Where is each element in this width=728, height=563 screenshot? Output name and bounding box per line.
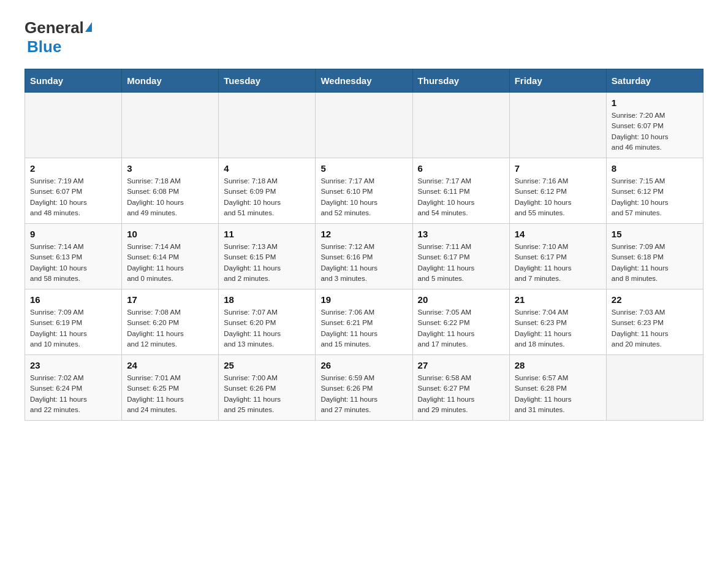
day-cell: 27Sunrise: 6:58 AM Sunset: 6:27 PM Dayli… — [412, 355, 509, 421]
day-number: 8 — [612, 163, 698, 174]
day-cell: 18Sunrise: 7:07 AM Sunset: 6:20 PM Dayli… — [219, 289, 316, 355]
day-number: 10 — [127, 229, 213, 239]
logo-general-text: General — [25, 18, 84, 37]
day-cell — [412, 93, 509, 158]
day-number: 5 — [320, 163, 407, 174]
day-cell — [219, 93, 316, 158]
day-info: Sunrise: 7:01 AM Sunset: 6:25 PM Dayligh… — [127, 373, 213, 415]
day-number: 7 — [515, 163, 601, 174]
day-number: 18 — [224, 294, 310, 305]
column-header-saturday: Saturday — [606, 69, 703, 93]
day-cell — [509, 93, 606, 158]
day-number: 3 — [127, 163, 213, 174]
day-cell: 16Sunrise: 7:09 AM Sunset: 6:19 PM Dayli… — [25, 289, 122, 355]
day-number: 2 — [30, 163, 116, 174]
day-number: 22 — [612, 294, 698, 305]
column-header-monday: Monday — [122, 69, 219, 93]
day-number: 1 — [612, 98, 698, 108]
day-info: Sunrise: 7:13 AM Sunset: 6:15 PM Dayligh… — [224, 242, 310, 284]
day-cell: 17Sunrise: 7:08 AM Sunset: 6:20 PM Dayli… — [122, 289, 219, 355]
day-cell: 13Sunrise: 7:11 AM Sunset: 6:17 PM Dayli… — [412, 224, 509, 289]
day-info: Sunrise: 7:19 AM Sunset: 6:07 PM Dayligh… — [30, 176, 116, 218]
day-info: Sunrise: 7:05 AM Sunset: 6:22 PM Dayligh… — [418, 307, 504, 350]
day-info: Sunrise: 7:18 AM Sunset: 6:08 PM Dayligh… — [127, 176, 213, 218]
day-cell: 8Sunrise: 7:15 AM Sunset: 6:12 PM Daylig… — [606, 158, 703, 224]
day-info: Sunrise: 7:09 AM Sunset: 6:19 PM Dayligh… — [30, 307, 116, 350]
logo-blue-text: Blue — [27, 37, 61, 56]
day-cell: 20Sunrise: 7:05 AM Sunset: 6:22 PM Dayli… — [412, 289, 509, 355]
day-cell — [606, 355, 703, 421]
day-cell: 7Sunrise: 7:16 AM Sunset: 6:12 PM Daylig… — [509, 158, 606, 224]
day-info: Sunrise: 7:04 AM Sunset: 6:23 PM Dayligh… — [515, 307, 601, 350]
day-info: Sunrise: 7:02 AM Sunset: 6:24 PM Dayligh… — [30, 373, 116, 415]
day-info: Sunrise: 7:07 AM Sunset: 6:20 PM Dayligh… — [224, 307, 310, 350]
day-number: 11 — [224, 229, 310, 239]
day-cell — [316, 93, 412, 158]
day-number: 26 — [320, 360, 407, 370]
week-row-3: 9Sunrise: 7:14 AM Sunset: 6:13 PM Daylig… — [25, 224, 703, 289]
day-cell: 28Sunrise: 6:57 AM Sunset: 6:28 PM Dayli… — [509, 355, 606, 421]
day-info: Sunrise: 6:57 AM Sunset: 6:28 PM Dayligh… — [515, 373, 601, 415]
week-row-1: 1Sunrise: 7:20 AM Sunset: 6:07 PM Daylig… — [25, 93, 703, 158]
day-number: 13 — [418, 229, 504, 239]
column-header-friday: Friday — [509, 69, 606, 93]
day-number: 24 — [127, 360, 213, 370]
day-number: 16 — [30, 294, 116, 305]
day-info: Sunrise: 7:09 AM Sunset: 6:18 PM Dayligh… — [612, 242, 698, 284]
day-number: 17 — [127, 294, 213, 305]
page-header: General Blue — [25, 18, 703, 56]
day-info: Sunrise: 7:06 AM Sunset: 6:21 PM Dayligh… — [320, 307, 407, 350]
day-info: Sunrise: 7:10 AM Sunset: 6:17 PM Dayligh… — [515, 242, 601, 284]
day-cell: 6Sunrise: 7:17 AM Sunset: 6:11 PM Daylig… — [412, 158, 509, 224]
day-cell: 14Sunrise: 7:10 AM Sunset: 6:17 PM Dayli… — [509, 224, 606, 289]
day-cell: 3Sunrise: 7:18 AM Sunset: 6:08 PM Daylig… — [122, 158, 219, 224]
day-number: 27 — [418, 360, 504, 370]
column-header-tuesday: Tuesday — [219, 69, 316, 93]
day-number: 20 — [418, 294, 504, 305]
column-header-sunday: Sunday — [25, 69, 122, 93]
day-cell: 23Sunrise: 7:02 AM Sunset: 6:24 PM Dayli… — [25, 355, 122, 421]
day-info: Sunrise: 7:20 AM Sunset: 6:07 PM Dayligh… — [612, 110, 698, 153]
week-row-4: 16Sunrise: 7:09 AM Sunset: 6:19 PM Dayli… — [25, 289, 703, 355]
header-row: SundayMondayTuesdayWednesdayThursdayFrid… — [25, 69, 703, 93]
day-cell: 4Sunrise: 7:18 AM Sunset: 6:09 PM Daylig… — [219, 158, 316, 224]
day-number: 28 — [515, 360, 601, 370]
calendar-header: SundayMondayTuesdayWednesdayThursdayFrid… — [25, 69, 703, 93]
day-cell: 1Sunrise: 7:20 AM Sunset: 6:07 PM Daylig… — [606, 93, 703, 158]
day-number: 9 — [30, 229, 116, 239]
column-header-thursday: Thursday — [412, 69, 509, 93]
day-number: 6 — [418, 163, 504, 174]
day-number: 19 — [320, 294, 407, 305]
day-info: Sunrise: 7:17 AM Sunset: 6:10 PM Dayligh… — [320, 176, 407, 218]
day-number: 21 — [515, 294, 601, 305]
day-cell: 11Sunrise: 7:13 AM Sunset: 6:15 PM Dayli… — [219, 224, 316, 289]
day-number: 15 — [612, 229, 698, 239]
day-cell: 10Sunrise: 7:14 AM Sunset: 6:14 PM Dayli… — [122, 224, 219, 289]
day-cell: 2Sunrise: 7:19 AM Sunset: 6:07 PM Daylig… — [25, 158, 122, 224]
day-number: 12 — [320, 229, 407, 239]
day-info: Sunrise: 7:03 AM Sunset: 6:23 PM Dayligh… — [612, 307, 698, 350]
day-cell: 5Sunrise: 7:17 AM Sunset: 6:10 PM Daylig… — [316, 158, 412, 224]
day-info: Sunrise: 7:00 AM Sunset: 6:26 PM Dayligh… — [224, 373, 310, 415]
day-cell: 15Sunrise: 7:09 AM Sunset: 6:18 PM Dayli… — [606, 224, 703, 289]
day-info: Sunrise: 7:16 AM Sunset: 6:12 PM Dayligh… — [515, 176, 601, 218]
day-info: Sunrise: 6:58 AM Sunset: 6:27 PM Dayligh… — [418, 373, 504, 415]
day-cell: 22Sunrise: 7:03 AM Sunset: 6:23 PM Dayli… — [606, 289, 703, 355]
day-cell: 9Sunrise: 7:14 AM Sunset: 6:13 PM Daylig… — [25, 224, 122, 289]
day-cell — [122, 93, 219, 158]
calendar-table: SundayMondayTuesdayWednesdayThursdayFrid… — [25, 69, 703, 421]
day-number: 25 — [224, 360, 310, 370]
day-cell: 21Sunrise: 7:04 AM Sunset: 6:23 PM Dayli… — [509, 289, 606, 355]
calendar-body: 1Sunrise: 7:20 AM Sunset: 6:07 PM Daylig… — [25, 93, 703, 421]
day-cell — [25, 93, 122, 158]
column-header-wednesday: Wednesday — [316, 69, 412, 93]
day-info: Sunrise: 7:18 AM Sunset: 6:09 PM Dayligh… — [224, 176, 310, 218]
day-cell: 19Sunrise: 7:06 AM Sunset: 6:21 PM Dayli… — [316, 289, 412, 355]
day-info: Sunrise: 7:08 AM Sunset: 6:20 PM Dayligh… — [127, 307, 213, 350]
day-info: Sunrise: 7:15 AM Sunset: 6:12 PM Dayligh… — [612, 176, 698, 218]
day-number: 4 — [224, 163, 310, 174]
day-info: Sunrise: 7:14 AM Sunset: 6:13 PM Dayligh… — [30, 242, 116, 284]
logo-triangle-icon — [85, 22, 92, 32]
day-cell: 12Sunrise: 7:12 AM Sunset: 6:16 PM Dayli… — [316, 224, 412, 289]
day-cell: 24Sunrise: 7:01 AM Sunset: 6:25 PM Dayli… — [122, 355, 219, 421]
